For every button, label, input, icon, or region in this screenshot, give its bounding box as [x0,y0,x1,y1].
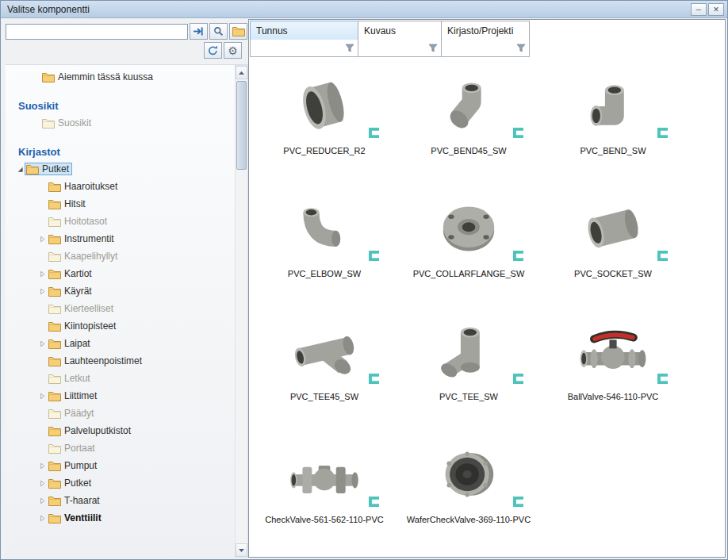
tree-item-child[interactable]: Letkut [6,370,235,387]
close-button[interactable]: × [708,3,724,16]
folder-icon [48,182,61,192]
funnel-icon [516,44,526,52]
component-item[interactable]: WaferCheckValve-369-110-PVC [397,435,541,558]
expand-arrow-icon[interactable] [37,497,47,504]
expand-arrow-icon[interactable] [37,270,47,278]
component-label: PVC_ELBOW_SW [288,269,361,278]
collapse-arrow-icon[interactable] [15,166,25,173]
component-list-panel: TunnusKuvausKirjasto/Projekti PVC_REDUCE… [248,19,726,558]
component-label: WaferCheckValve-369-110-PVC [407,515,531,524]
browse-folder-button[interactable] [229,23,247,40]
component-item[interactable]: PVC_BEND_SW [541,66,685,189]
settings-button[interactable]: ⚙ [224,42,242,59]
cadmatic-c-badge-icon [513,497,523,507]
component-item[interactable]: PVC_ELBOW_SW [252,189,397,312]
component-item[interactable]: PVC_COLLARFLANGE_SW [397,189,541,312]
column-header-tunnus[interactable]: Tunnus [250,21,358,40]
tree-node: T-haarat [47,494,103,507]
expand-arrow-icon[interactable] [37,462,47,470]
tree-item-child[interactable]: Instrumentit [6,230,235,247]
tree-node: Hoitotasot [47,215,110,228]
magnifier-icon [213,26,224,36]
scroll-up-button[interactable] [236,66,247,79]
expand-arrow-icon[interactable] [37,393,47,400]
tree-item-label: Palveluputkistot [64,425,131,436]
scroll-track[interactable] [236,79,247,543]
tree-item-child[interactable]: Pumput [6,457,235,474]
tree-item-child[interactable]: T-haarat [6,492,235,509]
tree-scrollbar[interactable] [235,65,248,558]
tree-item-child[interactable]: Kiintopisteet [6,317,235,335]
folder-icon [48,286,61,297]
expand-arrow-icon[interactable] [37,515,47,522]
tree-item-label: Liittimet [64,390,97,401]
library-tree: Aiemmin tässä kuussaSuosikit SuosikitKir… [6,65,235,558]
tree-item-label: Päädyt [64,408,94,419]
folder-icon [42,72,55,82]
tree-item-child[interactable]: Päädyt [6,405,235,422]
tree-item-child[interactable]: Palveluputkistot [6,422,235,439]
tree-item-child[interactable]: Hoitotasot [6,213,235,230]
tree-item-child[interactable]: Kierteelliset [6,300,235,317]
folder-icon [48,374,61,384]
tree-item-recent[interactable]: Aiemmin tässä kuussa [6,68,235,86]
minimize-button[interactable]: ─ [691,3,707,16]
tree-item-child[interactable]: Kartiot [6,265,235,282]
tree-item-child[interactable]: Kaapelihyllyt [6,247,235,265]
component-item[interactable]: CheckValve-561-562-110-PVC [252,435,397,558]
tree-item-child[interactable]: Venttiilit [6,509,235,527]
tree-item-label: Kaapelihyllyt [64,251,117,262]
refresh-button[interactable] [204,42,222,59]
expand-arrow-icon[interactable] [37,288,47,295]
search-input[interactable] [6,24,188,40]
component-label: PVC_BEND_SW [580,146,646,155]
component-picker-window: Valitse komponentti ─ × [0,0,728,560]
tree-item-favorite[interactable]: Suosikit [6,114,235,132]
scroll-down-button[interactable] [236,543,247,557]
tree-item-child[interactable]: Lauhteenpoistimet [6,352,235,370]
tree-node: Venttiilit [47,512,105,524]
tree-item-label: Laipat [64,338,90,349]
tree-item-child[interactable]: Käyrät [6,282,235,300]
tree-item-child[interactable]: Laipat [6,335,235,352]
cadmatic-c-badge-icon [513,128,523,138]
component-item[interactable]: BallValve-546-110-PVC [541,312,685,435]
tree-item-child[interactable]: Hitsit [6,195,235,213]
column-header-row: TunnusKuvausKirjasto/Projekti [250,21,529,40]
tree-item-root[interactable]: Putket [6,160,235,178]
component-item[interactable]: PVC_BEND45_SW [397,66,541,189]
search-toolbar [6,23,248,40]
filter-cell-2[interactable] [441,40,530,57]
tree-node: Haaroitukset [47,180,121,193]
filter-cell-0[interactable] [250,40,358,57]
component-preview-flange [421,192,516,265]
filter-cell-1[interactable] [358,40,442,57]
expand-arrow-icon[interactable] [37,480,47,487]
tree-item-label: Suosikit [58,117,91,128]
tree-item-child[interactable]: Putket [6,474,235,492]
column-header-kirjasto-projekti[interactable]: Kirjasto/Projekti [441,21,530,40]
tree-node: Kierteelliset [47,302,117,315]
component-item[interactable]: PVC_TEE_SW [397,312,541,435]
tree-item-label: Lauhteenpoistimet [64,355,142,366]
tree-item-child[interactable]: Haaroitukset [6,178,235,195]
tree-item-child[interactable]: Portaat [6,439,235,457]
search-submit-button[interactable] [190,23,208,40]
folder-icon [48,426,61,436]
component-item[interactable]: PVC_SOCKET_SW [541,189,685,312]
component-item[interactable]: PVC_REDUCER_R2 [252,66,397,189]
component-preview-reducer [277,69,372,142]
scroll-thumb[interactable] [236,81,247,170]
component-item[interactable]: PVC_TEE45_SW [252,312,397,435]
tree-item-child[interactable]: Liittimet [6,387,235,405]
folder-icon [48,513,61,524]
expand-arrow-icon[interactable] [37,236,47,243]
component-label: CheckValve-561-562-110-PVC [265,515,383,524]
column-header-kuvaus[interactable]: Kuvaus [358,21,442,40]
folder-icon [48,251,61,262]
expand-arrow-icon[interactable] [37,340,47,347]
tree-node: Putket [47,477,94,489]
folder-icon [48,217,61,227]
search-button[interactable] [209,23,228,40]
component-label: PVC_TEE45_SW [290,392,358,401]
